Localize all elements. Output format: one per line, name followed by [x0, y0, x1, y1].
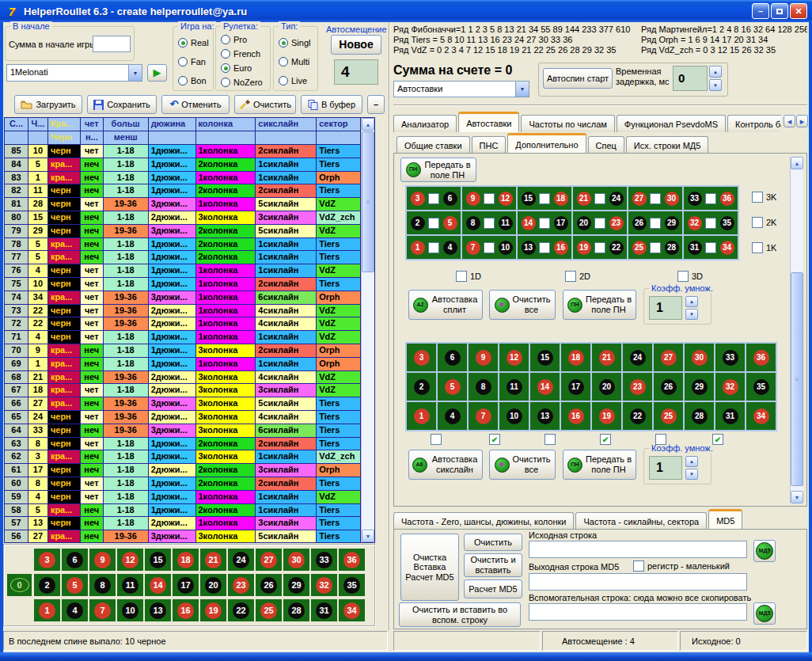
number-cell-23[interactable]: 23 [228, 574, 254, 596]
split-cell-2-5[interactable]: 25 [407, 211, 461, 234]
split-cell-9-12[interactable]: 912 [462, 187, 516, 210]
number-cell-2[interactable]: 2 [407, 373, 436, 401]
scroll-down-icon[interactable]: ▼ [791, 491, 803, 503]
radio-pro[interactable]: Pro [221, 35, 247, 44]
number-cell-29[interactable]: 29 [283, 574, 309, 596]
number-cell-30[interactable]: 30 [283, 549, 309, 571]
kline-checkbox-1k[interactable]: 1K [752, 242, 776, 253]
number-cell-16[interactable]: 16 [173, 599, 199, 621]
table-row[interactable]: 594чернчет1-181дюжи...1колонка1сиклайнVd… [5, 491, 361, 504]
split-checkbox[interactable] [539, 242, 550, 253]
number-cell-5[interactable]: 5 [62, 574, 88, 596]
dozen-checkbox-3d[interactable]: 3D [677, 271, 703, 282]
tab-дополнительно[interactable]: Дополнительно [507, 133, 586, 154]
tab-автоставки[interactable]: Автоставки [458, 112, 519, 132]
split-checkbox[interactable] [650, 218, 661, 229]
table-row[interactable]: 8510чернчет1-181дюжи...1колонка2сиклайнT… [5, 145, 361, 158]
number-cell-20[interactable]: 20 [592, 373, 621, 401]
radio-bon[interactable]: Bon [178, 76, 207, 85]
number-cell-13[interactable]: 13 [530, 402, 560, 430]
split-cell-21-24[interactable]: 2124 [573, 187, 627, 210]
number-cell-10[interactable]: 10 [499, 402, 529, 430]
checkbox[interactable] [752, 242, 763, 253]
autobet-split-button[interactable]: A2 Автоставка сплит [408, 290, 483, 320]
tab-частоты-по-числам[interactable]: Частоты по числам [521, 115, 614, 132]
split-cell-19-22[interactable]: 1922 [573, 236, 627, 259]
split-cell-32-35[interactable]: 3235 [684, 211, 738, 234]
number-cell-1[interactable]: 1 [407, 402, 436, 430]
radio-euro[interactable]: Euro [221, 63, 252, 73]
scroll-up-icon[interactable]: ▲ [362, 118, 374, 131]
number-cell-32[interactable]: 32 [715, 373, 745, 401]
number-cell-35[interactable]: 35 [746, 373, 776, 401]
table-row[interactable]: 775кра...неч1-181дюжи...2колонка1сиклайн… [5, 251, 361, 264]
sixline-checkbox-5[interactable] [655, 434, 666, 445]
sixline-checkbox-4[interactable]: ✔ [600, 434, 611, 445]
sixline-checkbox-2[interactable]: ✔ [489, 434, 500, 445]
number-cell-7[interactable]: 7 [89, 599, 116, 621]
table-row[interactable]: 785кра...неч1-181дюжи...2колонка1сиклайн… [5, 238, 361, 252]
delay-spinner[interactable]: ▲ ▼ [709, 66, 722, 91]
split-cell-33-36[interactable]: 3336 [684, 187, 738, 210]
close-button[interactable]: ✕ [790, 3, 807, 19]
split-checkbox[interactable] [705, 193, 716, 204]
table-row[interactable]: 764чернчет1-181дюжи...1колонка1сиклайнVd… [5, 264, 361, 278]
number-cell-14[interactable]: 14 [530, 373, 560, 401]
checkbox[interactable] [677, 271, 689, 282]
number-cell-4[interactable]: 4 [438, 402, 467, 430]
split-checkbox[interactable] [428, 193, 439, 204]
radio-nozero[interactable]: NoZero [221, 78, 263, 87]
number-cell-21[interactable]: 21 [200, 549, 226, 571]
scroll-up-icon[interactable]: ▲ [791, 157, 803, 169]
md5-aux-icon-button[interactable]: МД5 [753, 602, 776, 625]
number-cell-31[interactable]: 31 [311, 599, 337, 621]
number-cell-12[interactable]: 12 [117, 549, 143, 571]
tab-спец[interactable]: Спец [588, 136, 624, 154]
tab-md5[interactable]: MD5 [708, 509, 742, 530]
table-row[interactable]: 608чернчет1-181дюжи...2колонка2сиклайнTi… [5, 477, 361, 491]
split-checkbox[interactable] [484, 218, 495, 229]
number-cell-16[interactable]: 16 [561, 402, 590, 430]
minimize-button[interactable]: – [752, 3, 769, 19]
number-cell-25[interactable]: 25 [654, 402, 683, 430]
tab-функционал-psevdoms[interactable]: Функционал PsevdoMS [617, 115, 726, 132]
number-cell-17[interactable]: 17 [173, 574, 199, 596]
number-cell-9[interactable]: 9 [89, 549, 116, 571]
number-cell-21[interactable]: 21 [592, 344, 621, 371]
split-checkbox[interactable] [484, 193, 495, 204]
number-cell-14[interactable]: 14 [145, 574, 171, 596]
number-cell-27[interactable]: 27 [654, 344, 683, 371]
play-button[interactable]: ▶ [147, 64, 167, 82]
split-checkbox[interactable] [594, 242, 605, 253]
tab-scroll-right-icon[interactable]: ▸ [796, 115, 808, 127]
split-checkbox[interactable] [539, 193, 550, 204]
dozen-checkbox-2d[interactable]: 2D [565, 271, 590, 282]
save-button[interactable]: Сохранить [87, 95, 157, 114]
spin-up-icon[interactable]: ▲ [685, 456, 698, 467]
scroll-track[interactable]: ≡ [362, 131, 374, 530]
number-cell-11[interactable]: 11 [499, 373, 529, 401]
number-cell-3[interactable]: 3 [34, 549, 60, 571]
tab-общие-ставки[interactable]: Общие ставки [397, 136, 470, 154]
number-cell-24[interactable]: 24 [228, 549, 254, 571]
radio-singl[interactable]: Singl [279, 38, 310, 47]
split-cell-14-17[interactable]: 1417 [518, 211, 571, 234]
table-row[interactable]: 6524чернчет19-362дюжи...3колонка4сиклайн… [5, 411, 361, 424]
chevron-down-icon[interactable]: ▼ [128, 65, 142, 81]
table-row[interactable]: 691кра...неч1-181дюжи...1колонка1сиклайн… [5, 358, 361, 371]
split-checkbox[interactable] [650, 193, 661, 204]
spin-up-icon[interactable]: ▲ [685, 296, 698, 307]
number-cell-19[interactable]: 19 [592, 402, 621, 430]
md5-clear-paste-button[interactable]: Очистить и вставить [464, 553, 522, 577]
new-autoshift-button[interactable]: Новое [331, 35, 381, 55]
table-row[interactable]: 709кра...неч1-181дюжи...3колонка2сиклайн… [5, 344, 361, 358]
number-cell-4[interactable]: 4 [62, 599, 88, 621]
number-cell-28[interactable]: 28 [685, 402, 714, 430]
table-scrollbar[interactable]: ▲ ≡ ▼ [361, 118, 374, 542]
table-row[interactable]: 7510чернчет1-181дюжи...1колонка2сиклайнT… [5, 278, 361, 291]
number-cell-2[interactable]: 2 [34, 574, 60, 596]
md5-big-button[interactable]: Очистка Вставка Расчет MD5 [400, 534, 459, 601]
table-row[interactable]: 638чернчет1-181дюжи...2колонка2сиклайнTi… [5, 438, 361, 451]
load-button[interactable]: Загрузить [14, 95, 82, 114]
number-cell-30[interactable]: 30 [685, 344, 714, 371]
